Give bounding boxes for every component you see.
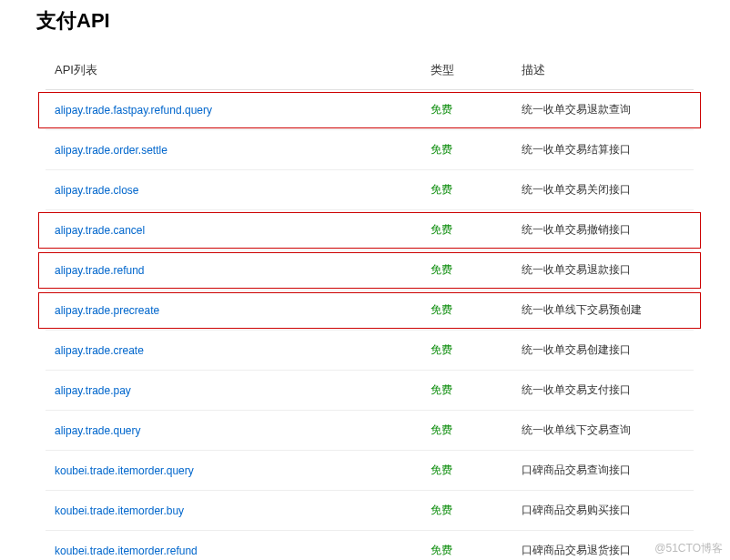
- api-link[interactable]: alipay.trade.close: [55, 184, 139, 197]
- api-link[interactable]: alipay.trade.refund: [55, 264, 145, 277]
- api-link[interactable]: alipay.trade.precreate: [55, 304, 159, 317]
- type-badge: 免费: [431, 103, 452, 116]
- api-desc: 统一收单交易撤销接口: [522, 223, 631, 236]
- table-row: alipay.trade.pay免费统一收单交易支付接口: [46, 371, 694, 411]
- api-desc: 口碑商品交易查询接口: [522, 463, 631, 476]
- col-api: API列表: [46, 51, 421, 90]
- api-desc: 统一收单交易退款接口: [522, 263, 631, 276]
- table-row: alipay.trade.refund免费统一收单交易退款接口: [46, 250, 694, 290]
- table-row: alipay.trade.order.settle免费统一收单交易结算接口: [46, 130, 694, 170]
- type-badge: 免费: [431, 463, 452, 476]
- table-row: alipay.trade.close免费统一收单交易关闭接口: [46, 170, 694, 210]
- api-desc: 统一收单交易退款查询: [522, 103, 631, 116]
- api-link[interactable]: koubei.trade.itemorder.buy: [55, 504, 184, 517]
- api-link[interactable]: koubei.trade.itemorder.query: [55, 464, 194, 477]
- type-badge: 免费: [431, 223, 452, 236]
- type-badge: 免费: [431, 263, 452, 276]
- table-row: alipay.trade.cancel免费统一收单交易撤销接口: [46, 210, 694, 250]
- api-desc: 统一收单线下交易查询: [522, 423, 631, 436]
- table-row: koubei.trade.itemorder.refund免费口碑商品交易退货接…: [46, 531, 694, 561]
- type-badge: 免费: [431, 343, 452, 356]
- api-link[interactable]: alipay.trade.cancel: [55, 224, 145, 237]
- api-desc: 口碑商品交易购买接口: [522, 504, 631, 516]
- api-desc: 统一收单交易支付接口: [522, 383, 631, 396]
- table-row: alipay.trade.fastpay.refund.query免费统一收单交…: [46, 90, 694, 130]
- api-desc: 统一收单交易结算接口: [522, 143, 631, 156]
- api-desc: 统一收单交易创建接口: [522, 343, 631, 356]
- api-link[interactable]: alipay.trade.order.settle: [55, 144, 167, 157]
- page-title: 支付API: [0, 0, 730, 51]
- api-desc: 统一收单线下交易预创建: [522, 303, 642, 316]
- api-table: API列表 类型 描述 alipay.trade.fastpay.refund.…: [46, 51, 694, 560]
- api-table-wrapper: API列表 类型 描述 alipay.trade.fastpay.refund.…: [0, 51, 730, 560]
- api-desc: 口碑商品交易退货接口: [522, 544, 631, 556]
- table-row: alipay.trade.create免费统一收单交易创建接口: [46, 331, 694, 371]
- type-badge: 免费: [431, 504, 452, 516]
- api-link[interactable]: alipay.trade.pay: [55, 384, 131, 397]
- type-badge: 免费: [431, 183, 452, 196]
- table-row: koubei.trade.itemorder.buy免费口碑商品交易购买接口: [46, 491, 694, 531]
- api-link[interactable]: alipay.trade.create: [55, 344, 144, 357]
- type-badge: 免费: [431, 423, 452, 436]
- api-link[interactable]: koubei.trade.itemorder.refund: [55, 545, 198, 557]
- type-badge: 免费: [431, 383, 452, 396]
- col-desc: 描述: [512, 51, 694, 90]
- col-type: 类型: [421, 51, 512, 90]
- table-header-row: API列表 类型 描述: [46, 51, 694, 90]
- api-link[interactable]: alipay.trade.query: [55, 424, 141, 437]
- type-badge: 免费: [431, 143, 452, 156]
- table-row: alipay.trade.query免费统一收单线下交易查询: [46, 411, 694, 451]
- type-badge: 免费: [431, 303, 452, 316]
- table-row: alipay.trade.precreate免费统一收单线下交易预创建: [46, 290, 694, 331]
- watermark: @51CTO博客: [654, 541, 723, 556]
- table-row: koubei.trade.itemorder.query免费口碑商品交易查询接口: [46, 451, 694, 491]
- api-desc: 统一收单交易关闭接口: [522, 183, 631, 196]
- api-link[interactable]: alipay.trade.fastpay.refund.query: [55, 104, 212, 117]
- type-badge: 免费: [431, 544, 452, 556]
